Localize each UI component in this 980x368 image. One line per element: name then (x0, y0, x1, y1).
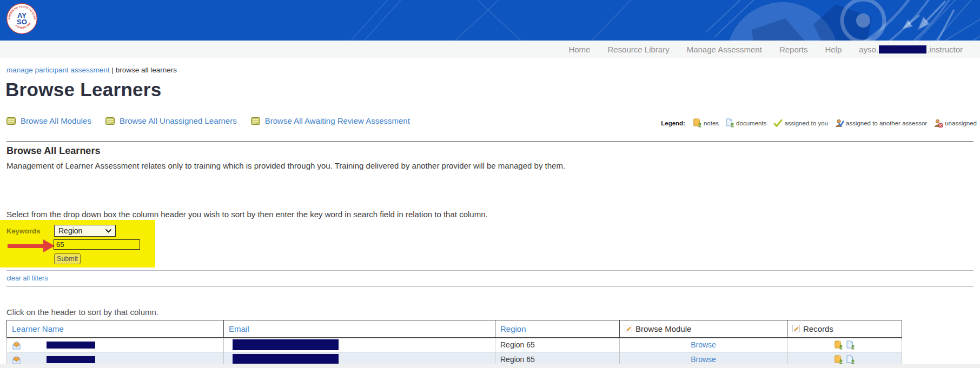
notes-record-button[interactable] (835, 340, 843, 350)
nav-home[interactable]: Home (568, 45, 590, 54)
breadcrumb-manage-participant-assessment[interactable]: manage participant assessment (6, 66, 110, 74)
col-header-label: Browse Module (635, 324, 691, 333)
table-header-row: Learner Name Email Region Browse Module … (7, 320, 902, 338)
browse-module-link[interactable]: Browse (625, 340, 782, 349)
account-prefix: ayso. (859, 45, 878, 54)
nav-manage-assessment[interactable]: Manage Assessment (687, 45, 762, 54)
quick-link-label: Browse All Modules (21, 116, 91, 125)
assigned-check-icon (773, 119, 783, 127)
breadcrumb: manage participant assessment | browse a… (6, 66, 177, 74)
module-folder-icon (105, 117, 115, 125)
clear-all-filters-link[interactable]: clear all filters (6, 275, 48, 282)
assessor-person-icon (835, 119, 844, 128)
email-redaction (233, 339, 339, 350)
module-folder-icon (251, 117, 260, 125)
chevron-down-icon (105, 229, 111, 233)
col-header-region[interactable]: Region (495, 320, 620, 338)
col-header-records[interactable]: Records (787, 320, 902, 338)
legend-unassigned: unassigned (934, 119, 977, 128)
legend-label: assigned to another assessor (846, 120, 927, 126)
page-bottom-strip (0, 364, 980, 368)
module-folder-icon (6, 117, 16, 125)
svg-text:SO: SO (17, 18, 27, 26)
ayso-logo[interactable]: AMERICAN YOUTH SOCCER ORGANIZATION FOUND… (6, 3, 37, 34)
open-envelope-icon (12, 340, 21, 350)
keyword-search-input[interactable] (54, 239, 140, 250)
learner-name-redaction (47, 342, 95, 349)
account-name-redaction (879, 45, 926, 53)
divider (6, 141, 974, 142)
notes-icon (835, 340, 843, 350)
browse-module-link[interactable]: Browse (625, 355, 782, 364)
account-menu[interactable]: ayso. .instructor (859, 45, 963, 54)
nav-help[interactable]: Help (825, 45, 842, 54)
documents-icon (846, 355, 855, 364)
browse-all-unassigned-learners-link[interactable]: Browse All Unassigned Learners (105, 116, 237, 125)
divider (6, 270, 974, 271)
breadcrumb-current: browse all learners (116, 66, 177, 74)
col-header-label: Records (803, 324, 833, 333)
legend-assigned-to-you: assigned to you (773, 119, 828, 127)
section-heading: Browse All Learners (6, 145, 100, 157)
pencil-icon (792, 325, 800, 332)
quick-link-label: Browse All Unassigned Learners (120, 116, 237, 125)
main-nav: Home Resource Library Manage Assessment … (0, 41, 980, 58)
search-instruction: Select from the drop down box the column… (6, 210, 488, 219)
legend-assigned-other-assessor: assigned to another assessor (835, 119, 927, 128)
email-redaction (233, 354, 339, 365)
notes-icon (693, 118, 702, 128)
open-envelope-icon (12, 355, 21, 364)
learners-table: Learner Name Email Region Browse Module … (6, 320, 902, 367)
browse-learners-page: AMERICAN YOUTH SOCCER ORGANIZATION FOUND… (0, 0, 980, 368)
legend-label: notes (704, 120, 719, 126)
region-cell: Region 65 (495, 338, 620, 352)
legend-documents: documents (726, 118, 766, 128)
legend-title: Legend: (661, 120, 685, 126)
divider (6, 286, 974, 287)
legend: Legend: notes documents assigned to you … (661, 118, 977, 128)
top-banner: AMERICAN YOUTH SOCCER ORGANIZATION FOUND… (0, 0, 980, 41)
documents-icon (726, 118, 734, 128)
browse-all-modules-link[interactable]: Browse All Modules (6, 116, 91, 125)
unassigned-person-icon (934, 119, 943, 128)
pencil-icon (625, 325, 632, 332)
submit-button[interactable]: Submit (54, 253, 81, 264)
learner-name-redaction (47, 356, 95, 363)
keywords-label: Keywords (6, 227, 40, 235)
quick-link-label: Browse All Awaiting Review Assessment (265, 116, 410, 125)
table-row: Region 65 Browse (7, 338, 902, 352)
documents-record-button[interactable] (846, 340, 855, 350)
table-sort-hint: Click on the header to sort by that colu… (6, 307, 158, 317)
nav-reports[interactable]: Reports (779, 45, 808, 54)
breadcrumb-separator: | (110, 66, 116, 74)
sort-column-dropdown[interactable]: Region (54, 225, 116, 237)
legend-notes: notes (693, 118, 719, 128)
dropdown-selected-value: Region (58, 226, 82, 235)
col-header-learner-name[interactable]: Learner Name (7, 320, 224, 338)
browse-all-awaiting-review-link[interactable]: Browse All Awaiting Review Assessment (251, 116, 410, 125)
documents-icon (846, 340, 855, 350)
legend-label: unassigned (945, 120, 977, 126)
documents-record-button[interactable] (846, 355, 855, 364)
legend-label: documents (736, 120, 766, 126)
notes-icon (835, 355, 843, 364)
col-header-browse-module[interactable]: Browse Module (620, 320, 787, 338)
search-highlight-annotation: Keywords Region Submit (0, 220, 155, 267)
section-description: Management of Learner Assessment relates… (6, 161, 565, 170)
page-title: Browse Learners (5, 79, 162, 101)
account-suffix: .instructor (927, 45, 963, 54)
legend-label: assigned to you (784, 120, 828, 126)
quick-links-row: Browse All Modules Browse All Unassigned… (6, 116, 410, 125)
col-header-email[interactable]: Email (224, 320, 495, 338)
notes-record-button[interactable] (835, 355, 843, 364)
nav-resource-library[interactable]: Resource Library (607, 45, 669, 54)
soccer-banner-art (0, 0, 980, 41)
